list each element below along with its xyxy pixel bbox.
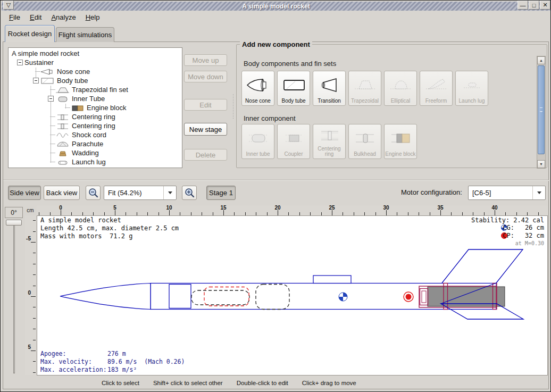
- tree-item-rocket[interactable]: A simple model rocket: [9, 49, 182, 58]
- back-view-button[interactable]: Back view: [44, 186, 80, 200]
- rotation-slider-track[interactable]: [13, 220, 15, 373]
- zoom-in-button[interactable]: [182, 186, 197, 200]
- ruler-tick: [440, 210, 441, 215]
- coupler-icon: [281, 130, 306, 147]
- add-freeform-fin-button[interactable]: Freeform: [420, 71, 453, 106]
- move-up-button[interactable]: Move up: [184, 54, 227, 66]
- hint-double-click: Double-click to edit: [237, 380, 288, 386]
- ruler-label: 5: [110, 205, 120, 211]
- tree-item-shock-cord[interactable]: Shock cord: [9, 130, 182, 139]
- scrollbar-thumb[interactable]: [538, 65, 545, 154]
- tree-item-centering-ring-1[interactable]: Centering ring: [9, 112, 182, 121]
- ruler-label: 0: [55, 205, 66, 211]
- ruler-tick: [33, 274, 36, 275]
- chevron-down-icon: [537, 191, 541, 194]
- apogee-text: Apogee:276 m: [40, 350, 126, 357]
- tree-item-launch-lug[interactable]: Launch lug: [9, 157, 182, 166]
- add-transition-button[interactable]: Transition: [313, 71, 346, 106]
- window-title: A simple model rocket: [242, 3, 310, 10]
- horizontal-ruler: 0510152025303540: [37, 205, 547, 215]
- launch-lug-outline[interactable]: [313, 276, 351, 283]
- window-menu-button[interactable]: ▽: [3, 1, 14, 10]
- fin-top-outline[interactable]: [442, 249, 523, 283]
- new-stage-button[interactable]: New stage: [184, 123, 227, 136]
- engine-block-icon: [70, 104, 84, 112]
- component-panel-scrollbar[interactable]: ▲ ▼: [537, 56, 546, 169]
- add-centering-ring-button[interactable]: Centering ring: [313, 124, 346, 159]
- add-elliptical-fin-button[interactable]: Elliptical: [384, 71, 417, 106]
- ruler-label: 35: [435, 205, 446, 211]
- splitter-grip[interactable]: [232, 94, 235, 119]
- title-bar[interactable]: A simple model rocket: [2, 2, 550, 11]
- ruler-tick: [278, 210, 278, 215]
- add-bulkhead-button[interactable]: Bulkhead: [348, 124, 381, 159]
- window-menu-icon: ▽: [6, 2, 11, 9]
- add-nose-cone-button[interactable]: Nose cone: [241, 71, 274, 106]
- tree-item-engine-block[interactable]: Engine block: [9, 103, 182, 112]
- ruler-tick: [61, 210, 61, 215]
- zoom-out-button[interactable]: [86, 186, 101, 200]
- add-trapezoidal-fin-button[interactable]: Trapezoidal: [348, 71, 381, 106]
- nose-cone-outline[interactable]: [60, 283, 151, 310]
- ruler-tick: [33, 220, 36, 221]
- scroll-up-button[interactable]: ▲: [537, 56, 545, 64]
- ruler-tick: [115, 210, 115, 215]
- add-coupler-button[interactable]: Coupler: [277, 124, 310, 159]
- menu-file[interactable]: File: [5, 12, 24, 22]
- zoom-level-combo[interactable]: Fit (54.2%): [104, 186, 177, 200]
- rocket-canvas[interactable]: A simple model rocket Length 42.5 cm, ma…: [37, 215, 548, 376]
- add-body-tube-button[interactable]: Body tube: [277, 71, 310, 106]
- ruler-label: 5: [28, 344, 31, 350]
- tree-item-centering-ring-2[interactable]: Centering ring: [9, 121, 182, 130]
- group-title: Add new component: [240, 40, 312, 48]
- combo-chevron[interactable]: [163, 186, 176, 199]
- ruler-label: 15: [218, 205, 229, 211]
- collapse-icon[interactable]: [33, 78, 39, 84]
- scroll-down-button[interactable]: ▼: [537, 160, 545, 168]
- shock-cord-icon: [55, 131, 69, 139]
- launch-lug-icon: [55, 159, 69, 166]
- stage-1-toggle[interactable]: Stage 1: [206, 186, 236, 200]
- add-engine-block-button[interactable]: Engine block: [384, 124, 417, 159]
- tree-item-parachute[interactable]: Parachute: [9, 139, 182, 148]
- rotation-slider-handle[interactable]: [6, 220, 22, 226]
- ruler-tick: [33, 329, 36, 329]
- maximize-button[interactable]: □: [529, 1, 539, 10]
- ruler-tick: [33, 231, 36, 232]
- side-view-button[interactable]: Side view: [8, 186, 41, 200]
- add-component-group: Add new component Body components and fi…: [236, 44, 547, 168]
- tab-flight-simulations[interactable]: Flight simulations: [56, 27, 114, 42]
- menu-edit[interactable]: Edit: [26, 12, 46, 22]
- tree-item-sustainer[interactable]: Sustainer: [9, 58, 182, 67]
- tree-item-body-tube[interactable]: Body tube: [9, 76, 182, 85]
- parachute-icon: [55, 140, 69, 148]
- fin-icon: [55, 86, 69, 94]
- menu-help[interactable]: Help: [81, 12, 104, 22]
- menu-analyze[interactable]: Analyze: [47, 12, 80, 22]
- tree-item-wadding[interactable]: Wadding: [9, 148, 182, 157]
- separator: [3, 180, 549, 181]
- ruler-tick: [33, 372, 36, 373]
- minimize-button[interactable]: —: [517, 1, 528, 10]
- tree-item-inner-tube[interactable]: Inner Tube: [9, 94, 182, 103]
- tree-item-nose-cone[interactable]: Nose cone: [9, 67, 182, 76]
- motor-configuration-combo[interactable]: [C6-5]: [468, 186, 546, 200]
- centering-ring-icon: [55, 113, 69, 121]
- move-down-button[interactable]: Move down: [184, 71, 227, 82]
- tab-rocket-design[interactable]: Rocket design: [5, 25, 55, 42]
- hint-drag: Click+ drag to move: [302, 380, 356, 386]
- nose-cone-icon: [246, 77, 270, 94]
- close-button[interactable]: ✕: [540, 1, 550, 10]
- add-launch-lug-button[interactable]: Launch lug: [455, 71, 488, 106]
- delete-button[interactable]: Delete: [184, 149, 227, 161]
- component-tree[interactable]: A simple model rocket Sustainer Nose con…: [8, 47, 182, 168]
- hint-shift-select: Shift+ click to select other: [153, 380, 223, 386]
- add-inner-tube-button[interactable]: Inner tube: [241, 124, 274, 159]
- edit-button[interactable]: Edit: [184, 99, 227, 111]
- combo-chevron[interactable]: [532, 186, 545, 199]
- launch-lug-icon: [460, 77, 484, 94]
- max-acceleration-text: Max. acceleration:183 m/s²: [40, 366, 137, 373]
- tree-item-trapezoidal-fin-set[interactable]: Trapezoidal fin set: [9, 85, 182, 94]
- collapse-icon[interactable]: [17, 60, 23, 65]
- collapse-icon[interactable]: [48, 96, 54, 102]
